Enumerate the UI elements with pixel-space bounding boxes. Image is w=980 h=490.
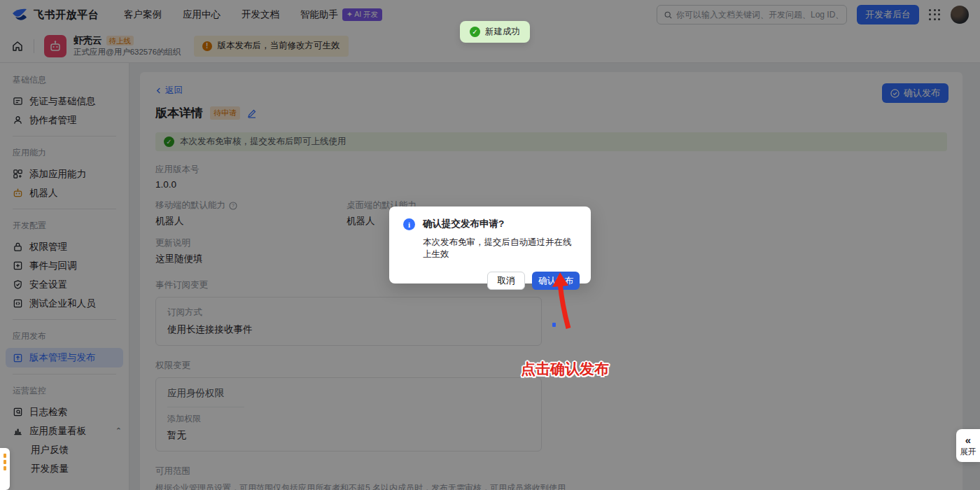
expand-panel-button[interactable]: « 展开 — [956, 429, 980, 462]
check-circle-icon: ✓ — [470, 27, 480, 37]
toast-text: 新建成功 — [485, 26, 520, 38]
dialog-body: 本次发布免审，提交后自动通过并在线上生效 — [423, 237, 580, 260]
red-arrow-annotation — [550, 272, 580, 330]
double-chevron-left-icon: « — [965, 435, 971, 445]
expand-label: 展开 — [960, 447, 976, 457]
dialog-title: 确认提交发布申请? — [423, 218, 580, 230]
left-floating-tab[interactable] — [0, 448, 10, 490]
blue-dot — [552, 323, 556, 327]
success-toast: ✓ 新建成功 — [460, 21, 530, 43]
feishu-open-platform-page: 飞书开放平台 客户案例 应用中心 开发文档 智能助手 ✦ AI 开发 你可以输入… — [0, 0, 980, 490]
annotation-text: 点击确认发布 — [521, 359, 609, 379]
cancel-button[interactable]: 取消 — [487, 272, 525, 290]
info-icon: i — [403, 218, 415, 230]
